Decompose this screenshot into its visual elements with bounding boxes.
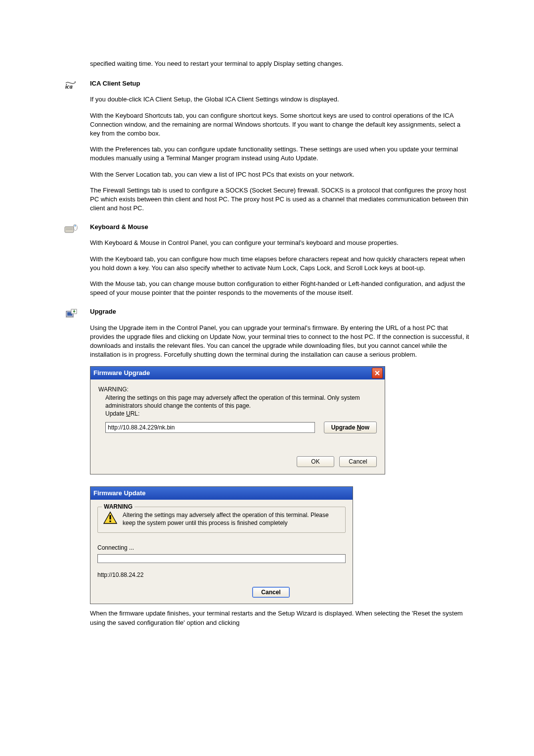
ica-p4: With the Server Location tab, you can vi… xyxy=(90,170,470,179)
km-p3: With the Mouse tab, you can change mouse… xyxy=(90,280,470,297)
warning-group-label: WARNING xyxy=(102,503,134,511)
display-continuation-row: specified waiting time. You need to rest… xyxy=(64,59,470,75)
upgrade-p1: Using the Upgrade item in the Control Pa… xyxy=(90,324,470,360)
upgrade-now-button[interactable]: Upgrade Now xyxy=(324,422,377,433)
firmware-update-title: Firmware Update xyxy=(93,489,145,498)
ica-icon: ica xyxy=(64,84,77,92)
update-warning-text: Altering the settings may adversely affe… xyxy=(123,511,340,527)
firmware-upgrade-titlebar: Firmware Upgrade xyxy=(90,367,385,379)
connecting-label: Connecting ... xyxy=(97,544,346,552)
cancel-button[interactable]: Cancel xyxy=(339,456,377,467)
upgrade-section-row: Upgrade Using the Upgrade item in the Co… xyxy=(64,307,470,634)
km-section-row: Keyboard & Mouse With Keyboard & Mouse i… xyxy=(64,223,470,304)
update-url-input[interactable] xyxy=(105,422,315,433)
warning-text: Altering the settings on this page may a… xyxy=(98,394,377,410)
ica-p5: The Firewall Settings tab is used to con… xyxy=(90,186,470,213)
upgrade-icon xyxy=(64,314,78,322)
ica-p2: With the Keyboard Shortcuts tab, you can… xyxy=(90,111,470,139)
firmware-update-titlebar: Firmware Update xyxy=(90,487,353,500)
km-p2: With the Keyboard tab, you can configure… xyxy=(90,255,470,273)
close-icon[interactable] xyxy=(372,368,383,378)
ica-section-row: ica ICA Client Setup If you double-click… xyxy=(64,79,470,220)
ica-p3: With the Preferences tab, you can config… xyxy=(90,145,470,163)
firmware-update-dialog: Firmware Update WARNING xyxy=(90,486,353,604)
firmware-upgrade-title: Firmware Upgrade xyxy=(93,369,150,378)
ok-button[interactable]: OK xyxy=(297,456,334,467)
svg-rect-9 xyxy=(109,520,111,522)
display-continuation: specified waiting time. You need to rest… xyxy=(90,59,470,68)
warning-groupbox: WARNING Altering the settings may advers… xyxy=(97,507,346,533)
update-cancel-button[interactable]: Cancel xyxy=(252,587,290,598)
update-address: http://10.88.24.22 xyxy=(97,571,346,579)
warning-label: WARNING: xyxy=(98,385,377,393)
ica-p1: If you double-click ICA Client Setup, th… xyxy=(90,95,470,104)
svg-rect-8 xyxy=(109,515,111,520)
svg-text:ica: ica xyxy=(65,83,73,90)
keyboard-mouse-icon xyxy=(64,229,78,236)
update-url-label: Update URL: xyxy=(98,410,377,418)
km-heading: Keyboard & Mouse xyxy=(90,223,470,232)
firmware-upgrade-dialog: Firmware Upgrade WARNING: Altering the s… xyxy=(90,366,385,474)
upgrade-heading: Upgrade xyxy=(90,307,470,316)
ica-heading: ICA Client Setup xyxy=(90,79,470,88)
svg-rect-6 xyxy=(66,317,74,318)
warning-triangle-icon xyxy=(103,511,118,527)
km-p1: With Keyboard & Mouse in Control Panel, … xyxy=(90,238,470,247)
footer-p1: When the firmware update finishes, your … xyxy=(90,609,470,627)
progress-bar xyxy=(97,554,346,563)
